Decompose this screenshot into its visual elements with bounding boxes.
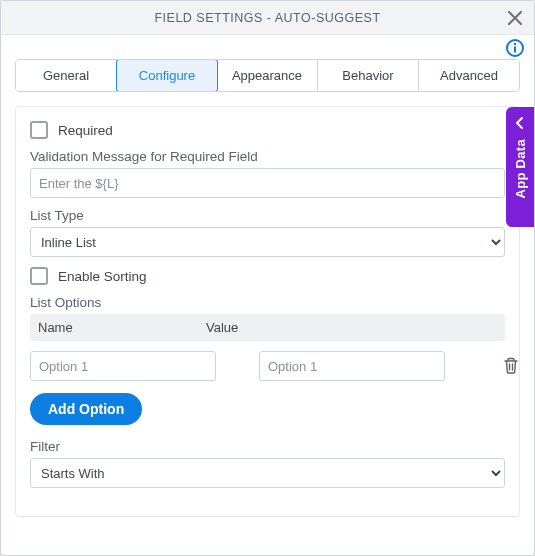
list-type-select[interactable]: Inline List	[30, 227, 505, 257]
enable-sorting-checkbox[interactable]	[30, 267, 48, 285]
column-value: Value	[206, 320, 374, 335]
tab-appearance[interactable]: Appearance	[217, 60, 318, 91]
validation-message-input[interactable]	[30, 168, 505, 198]
titlebar: FIELD SETTINGS - AUTO-SUGGEST	[1, 1, 534, 35]
add-option-button[interactable]: Add Option	[30, 393, 142, 425]
configure-panel: Required Validation Message for Required…	[15, 106, 520, 517]
close-icon[interactable]	[504, 7, 526, 29]
list-type-label: List Type	[30, 208, 505, 223]
dialog: FIELD SETTINGS - AUTO-SUGGEST General Co…	[0, 0, 535, 556]
tab-advanced[interactable]: Advanced	[419, 60, 519, 91]
dialog-title: FIELD SETTINGS - AUTO-SUGGEST	[154, 11, 380, 25]
svg-rect-2	[514, 43, 516, 45]
enable-sorting-label: Enable Sorting	[58, 269, 147, 284]
svg-rect-1	[514, 47, 516, 53]
list-option-row	[30, 351, 505, 381]
tab-configure[interactable]: Configure	[116, 59, 218, 92]
tab-behavior[interactable]: Behavior	[318, 60, 419, 91]
app-data-label: App Data	[513, 139, 528, 198]
chevron-left-icon	[515, 115, 525, 133]
required-checkbox[interactable]	[30, 121, 48, 139]
option-name-input[interactable]	[30, 351, 216, 381]
tab-general[interactable]: General	[16, 60, 117, 91]
list-options-label: List Options	[30, 295, 505, 310]
info-row	[1, 35, 534, 57]
validation-message-label: Validation Message for Required Field	[30, 149, 505, 164]
filter-select[interactable]: Starts With	[30, 458, 505, 488]
info-icon[interactable]	[506, 39, 524, 57]
required-label: Required	[58, 123, 113, 138]
option-value-input[interactable]	[259, 351, 445, 381]
tab-bar: General Configure Appearance Behavior Ad…	[15, 59, 520, 92]
filter-label: Filter	[30, 439, 505, 454]
list-options-header: Name Value	[30, 314, 505, 341]
trash-icon[interactable]	[503, 355, 519, 377]
app-data-drawer[interactable]: App Data	[506, 107, 534, 227]
column-name: Name	[38, 320, 206, 335]
